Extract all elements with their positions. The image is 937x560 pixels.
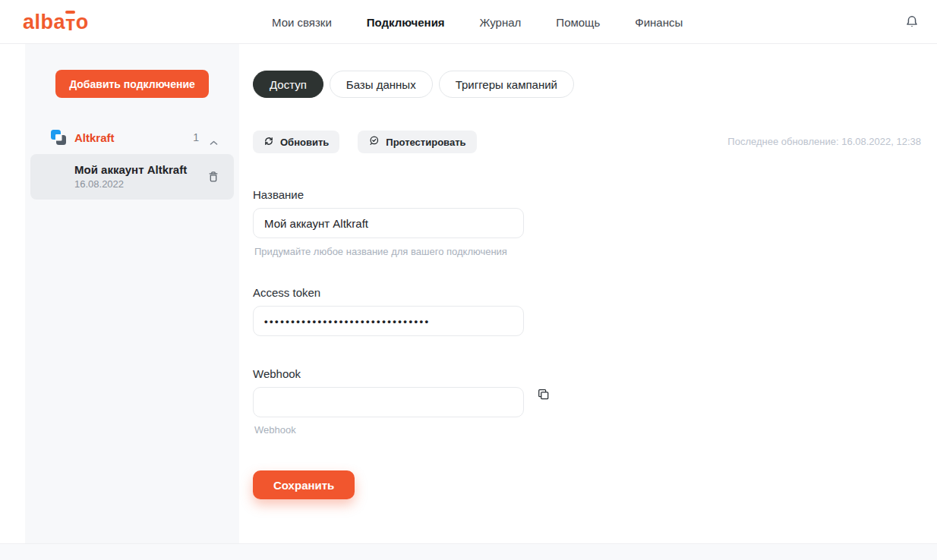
- tab-databases[interactable]: Базы данных: [330, 71, 433, 98]
- connection-date: 16.08.2022: [74, 178, 203, 190]
- last-update-text: Последнее обновление: 16.08.2022, 12:38: [727, 136, 921, 147]
- nav-journal[interactable]: Журнал: [480, 16, 522, 29]
- name-input[interactable]: [253, 208, 524, 238]
- nav-help[interactable]: Помощь: [556, 16, 600, 29]
- detail-tabs: Доступ Базы данных Триггеры кампаний: [253, 71, 574, 98]
- check-circle-icon: [368, 135, 380, 149]
- main-nav: Мои связки Подключения Журнал Помощь Фин…: [272, 0, 683, 44]
- connection-toolbar: Обновить Протестировать: [253, 131, 477, 153]
- tab-campaign-triggers[interactable]: Триггеры кампаний: [439, 71, 574, 98]
- sidebar-group-altkraft[interactable]: Altkraft 1: [50, 129, 224, 146]
- chevron-up-icon[interactable]: [210, 135, 218, 140]
- connections-sidebar: Добавить подключение Altkraft 1 Мой акка…: [25, 44, 239, 543]
- refresh-icon: [263, 136, 274, 149]
- save-button[interactable]: Сохранить: [253, 470, 355, 499]
- webhook-input[interactable]: [253, 387, 524, 417]
- name-field-label: Название: [253, 188, 304, 201]
- connection-list-item[interactable]: Мой аккаунт Altkraft 16.08.2022: [30, 154, 234, 200]
- group-name: Altkraft: [74, 131, 115, 144]
- webhook-field-helper: Webhook: [254, 424, 296, 436]
- nav-my-bundles[interactable]: Мои связки: [272, 16, 332, 29]
- access-token-input[interactable]: [253, 306, 524, 336]
- test-button[interactable]: Протестировать: [358, 131, 476, 153]
- name-field-helper: Придумайте любое название для вашего под…: [254, 246, 507, 257]
- test-label: Протестировать: [386, 137, 465, 148]
- bottom-strip: [0, 543, 937, 560]
- copy-webhook-icon[interactable]: [537, 388, 550, 401]
- add-connection-button[interactable]: Добавить подключение: [55, 70, 209, 98]
- connection-detail-panel: Доступ Базы данных Триггеры кампаний Обн…: [253, 44, 921, 543]
- logo-text-suffix: o: [76, 11, 89, 33]
- top-nav-bar: albaтo Мои связки Подключения Журнал Пом…: [0, 0, 937, 44]
- refresh-button[interactable]: Обновить: [253, 131, 339, 153]
- nav-connections[interactable]: Подключения: [367, 16, 445, 29]
- altkraft-app-icon: [50, 129, 67, 146]
- group-count-badge: 1: [193, 131, 199, 143]
- delete-connection-icon[interactable]: [207, 170, 220, 184]
- tab-access[interactable]: Доступ: [253, 71, 323, 98]
- access-token-label: Access token: [253, 286, 320, 299]
- refresh-label: Обновить: [280, 137, 329, 148]
- logo-t-with-bar: т: [65, 10, 76, 34]
- notifications-bell-icon[interactable]: [904, 14, 920, 30]
- webhook-field-label: Webhook: [253, 367, 301, 380]
- nav-finances[interactable]: Финансы: [635, 16, 683, 29]
- albato-logo[interactable]: albaтo: [23, 10, 89, 34]
- logo-text-prefix: alba: [23, 11, 65, 33]
- connection-title: Мой аккаунт Altkraft: [74, 163, 203, 176]
